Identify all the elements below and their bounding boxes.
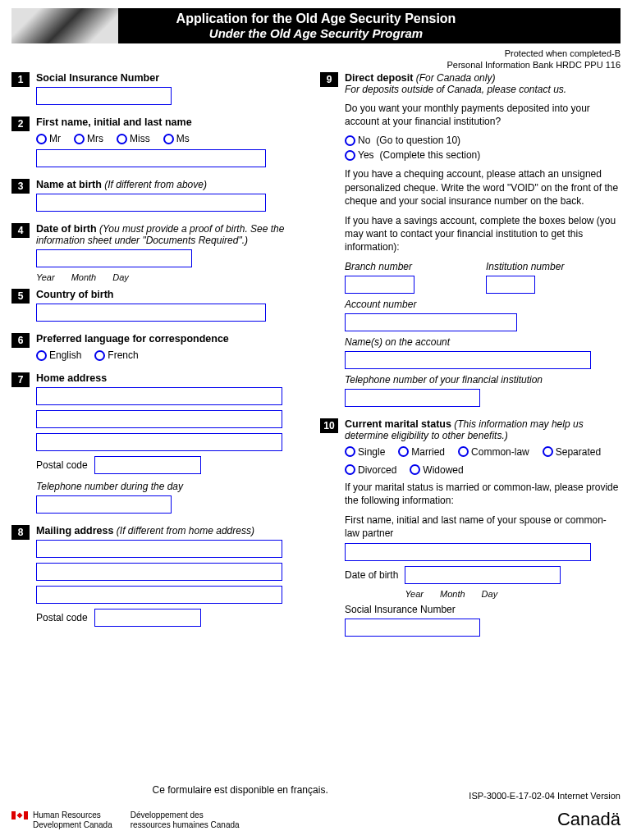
q5-label: Country of birth	[36, 289, 113, 300]
right-column: 9 Direct deposit (For Canada only) For d…	[320, 72, 621, 648]
account-input[interactable]	[345, 313, 517, 331]
q8-label: Mailing address	[36, 525, 113, 536]
title-mr-radio[interactable]	[36, 134, 47, 144]
dept-signature: Human Resources Development Canada Dével…	[11, 810, 240, 830]
dept-fr-2: ressources humaines Canada	[131, 820, 240, 830]
spouse-year-label: Year	[405, 589, 424, 599]
marital-married-radio[interactable]	[398, 446, 409, 457]
title-miss-radio[interactable]	[117, 134, 127, 144]
lang-english-radio[interactable]	[36, 350, 47, 361]
q2-label: First name, initial and last name	[36, 116, 192, 128]
q4-number: 4	[11, 223, 30, 238]
spouse-dob-label: Date of birth	[345, 566, 398, 581]
title-ms-label: Ms	[176, 133, 190, 144]
dept-fr-1: Développement des	[131, 810, 240, 820]
birth-name-input[interactable]	[36, 194, 266, 212]
footer: Ce formulaire est disponible en français…	[11, 784, 621, 830]
q9-chequing-text: If you have a chequing account, please a…	[345, 167, 621, 208]
marital-single-label: Single	[358, 446, 385, 458]
mail-address-1-input[interactable]	[36, 540, 282, 558]
name-input[interactable]	[36, 149, 266, 167]
protected-line1: Protected when completed-B	[447, 48, 621, 59]
q3-hint: (If different from above)	[104, 179, 207, 190]
marital-separated-radio[interactable]	[543, 446, 553, 457]
home-address-3-input[interactable]	[36, 433, 282, 451]
q1-label: Social Insurance Number	[36, 72, 159, 84]
account-names-label: Name(s) on the account	[345, 336, 621, 348]
marital-widowed-radio[interactable]	[410, 464, 420, 475]
q9-question: Do you want your monthly payments deposi…	[345, 102, 621, 128]
mail-postal-input[interactable]	[94, 609, 201, 627]
mail-address-3-input[interactable]	[36, 586, 282, 604]
marital-widowed-label: Widowed	[423, 464, 463, 476]
deposit-yes-radio[interactable]	[345, 150, 355, 161]
q3-label: Name at birth	[36, 179, 102, 190]
protected-line2: Personal Information Bank HRDC PPU 116	[447, 59, 621, 71]
q7-label: Home address	[36, 372, 107, 384]
q1-number: 1	[11, 72, 30, 87]
fi-phone-label: Telephone number of your financial insti…	[345, 374, 621, 386]
branch-input[interactable]	[345, 276, 414, 294]
home-address-2-input[interactable]	[36, 410, 282, 428]
title-ms-radio[interactable]	[163, 134, 174, 144]
spouse-month-label: Month	[440, 589, 465, 599]
institution-input[interactable]	[486, 276, 535, 294]
home-address-1-input[interactable]	[36, 387, 282, 405]
marital-separated-label: Separated	[556, 446, 601, 458]
q9-hint: (For Canada only)	[416, 72, 496, 84]
home-postal-input[interactable]	[94, 456, 201, 474]
country-birth-input[interactable]	[36, 304, 266, 322]
title-mr-label: Mr	[49, 133, 61, 144]
q9-sub: For deposits outside of Canada, please c…	[345, 84, 621, 95]
spouse-sin-input[interactable]	[345, 619, 480, 637]
marital-commonlaw-label: Common-law	[471, 446, 529, 458]
marital-divorced-label: Divorced	[358, 464, 396, 476]
day-phone-label: Telephone number during the day	[36, 481, 312, 492]
lang-english-label: English	[49, 349, 81, 361]
title-mrs-radio[interactable]	[74, 134, 85, 144]
q6-label: Preferred language for correspondence	[36, 333, 229, 345]
q3-number: 3	[11, 179, 30, 194]
dob-month-label: Month	[71, 272, 97, 282]
account-names-input[interactable]	[345, 351, 591, 369]
left-column: 1 Social Insurance Number 2 First name, …	[11, 72, 312, 648]
branch-label: Branch number	[345, 261, 479, 272]
header-title: Application for the Old Age Security Pen…	[176, 11, 456, 26]
mail-postal-label: Postal code	[36, 612, 88, 623]
protected-info: Protected when completed-B Personal Info…	[447, 48, 621, 71]
deposit-no-label: No	[358, 135, 370, 146]
french-note: Ce formulaire est disponible en français…	[11, 784, 469, 796]
header-graphic	[11, 8, 118, 43]
lang-french-label: French	[108, 349, 138, 361]
form-code: ISP-3000-E-17-02-04 Internet Version	[469, 791, 621, 801]
title-mrs-label: Mrs	[87, 133, 103, 144]
q2-number: 2	[11, 116, 30, 131]
dob-input[interactable]	[36, 249, 192, 267]
q6-number: 6	[11, 333, 30, 348]
lang-french-radio[interactable]	[94, 350, 105, 361]
marital-single-radio[interactable]	[345, 446, 355, 457]
deposit-yes-label: Yes	[358, 149, 374, 161]
q5-number: 5	[11, 289, 30, 304]
q9-label: Direct deposit	[345, 72, 413, 84]
fi-phone-input[interactable]	[345, 389, 480, 407]
dept-en-1: Human Resources	[33, 810, 112, 820]
account-label: Account number	[345, 299, 621, 310]
institution-label: Institution number	[486, 261, 621, 272]
q9-number: 9	[320, 72, 338, 87]
title-miss-label: Miss	[130, 133, 150, 144]
marital-commonlaw-radio[interactable]	[458, 446, 469, 457]
deposit-no-hint: (Go to question 10)	[376, 135, 460, 146]
spouse-day-label: Day	[482, 589, 498, 599]
spouse-sin-label: Social Insurance Number	[345, 604, 621, 615]
marital-divorced-radio[interactable]	[345, 464, 355, 475]
dob-day-label: Day	[112, 272, 129, 282]
deposit-no-radio[interactable]	[345, 135, 355, 146]
sin-input[interactable]	[36, 87, 172, 105]
q8-hint: (If different from home address)	[117, 525, 254, 536]
spouse-name-input[interactable]	[345, 543, 591, 561]
q4-label: Date of birth	[36, 223, 97, 235]
day-phone-input[interactable]	[36, 495, 172, 514]
mail-address-2-input[interactable]	[36, 563, 282, 581]
spouse-dob-input[interactable]	[405, 566, 561, 584]
